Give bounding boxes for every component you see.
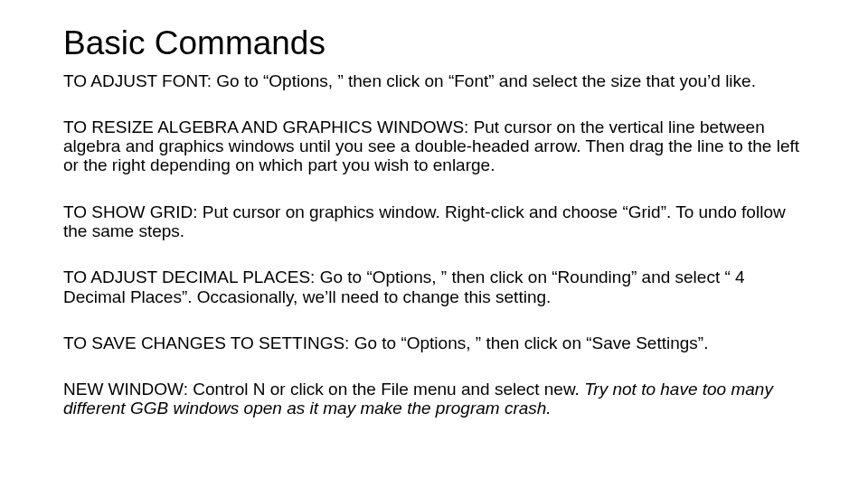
paragraph-show-grid: TO SHOW GRID: Put cursor on graphics win…	[63, 202, 805, 241]
slide-title: Basic Commands	[63, 25, 805, 62]
paragraph-new-window-normal: NEW WINDOW: Control N or click on the Fi…	[63, 380, 584, 399]
paragraph-resize-windows: TO RESIZE ALGEBRA AND GRAPHICS WINDOWS: …	[63, 117, 805, 175]
paragraph-save-settings: TO SAVE CHANGES TO SETTINGS: Go to “Opti…	[63, 333, 805, 352]
paragraph-adjust-font: TO ADJUST FONT: Go to “Options, ” then c…	[63, 71, 805, 90]
paragraph-decimal-places: TO ADJUST DECIMAL PLACES: Go to “Options…	[63, 267, 805, 306]
slide: Basic Commands TO ADJUST FONT: Go to “Op…	[0, 0, 868, 488]
paragraph-new-window: NEW WINDOW: Control N or click on the Fi…	[63, 380, 805, 418]
